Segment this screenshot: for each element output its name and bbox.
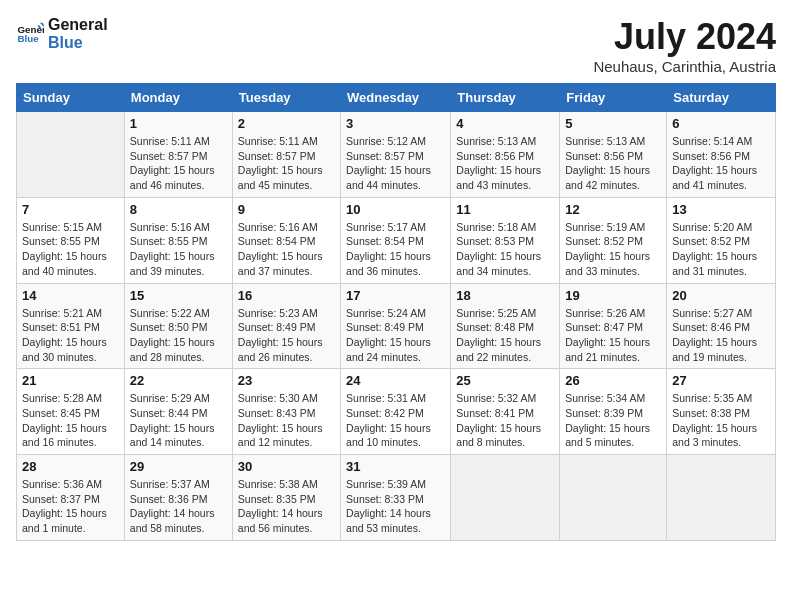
day-number: 28 bbox=[22, 459, 119, 474]
day-info: Sunrise: 5:22 AMSunset: 8:50 PMDaylight:… bbox=[130, 306, 227, 365]
day-number: 5 bbox=[565, 116, 661, 131]
day-info: Sunrise: 5:18 AMSunset: 8:53 PMDaylight:… bbox=[456, 220, 554, 279]
location-subtitle: Neuhaus, Carinthia, Austria bbox=[593, 58, 776, 75]
calendar-cell: 17Sunrise: 5:24 AMSunset: 8:49 PMDayligh… bbox=[341, 283, 451, 369]
day-info: Sunrise: 5:30 AMSunset: 8:43 PMDaylight:… bbox=[238, 391, 335, 450]
day-info: Sunrise: 5:12 AMSunset: 8:57 PMDaylight:… bbox=[346, 134, 445, 193]
logo-blue: Blue bbox=[48, 34, 108, 52]
day-number: 7 bbox=[22, 202, 119, 217]
day-number: 4 bbox=[456, 116, 554, 131]
day-number: 23 bbox=[238, 373, 335, 388]
day-info: Sunrise: 5:17 AMSunset: 8:54 PMDaylight:… bbox=[346, 220, 445, 279]
calendar-week-5: 28Sunrise: 5:36 AMSunset: 8:37 PMDayligh… bbox=[17, 455, 776, 541]
day-number: 11 bbox=[456, 202, 554, 217]
day-info: Sunrise: 5:16 AMSunset: 8:55 PMDaylight:… bbox=[130, 220, 227, 279]
calendar-cell bbox=[451, 455, 560, 541]
day-number: 1 bbox=[130, 116, 227, 131]
calendar-cell: 2Sunrise: 5:11 AMSunset: 8:57 PMDaylight… bbox=[232, 112, 340, 198]
day-number: 13 bbox=[672, 202, 770, 217]
day-info: Sunrise: 5:14 AMSunset: 8:56 PMDaylight:… bbox=[672, 134, 770, 193]
title-area: July 2024 Neuhaus, Carinthia, Austria bbox=[593, 16, 776, 75]
calendar-cell: 26Sunrise: 5:34 AMSunset: 8:39 PMDayligh… bbox=[560, 369, 667, 455]
day-info: Sunrise: 5:35 AMSunset: 8:38 PMDaylight:… bbox=[672, 391, 770, 450]
day-number: 31 bbox=[346, 459, 445, 474]
calendar-cell: 1Sunrise: 5:11 AMSunset: 8:57 PMDaylight… bbox=[124, 112, 232, 198]
day-info: Sunrise: 5:11 AMSunset: 8:57 PMDaylight:… bbox=[130, 134, 227, 193]
calendar-cell: 16Sunrise: 5:23 AMSunset: 8:49 PMDayligh… bbox=[232, 283, 340, 369]
calendar-cell bbox=[17, 112, 125, 198]
day-number: 26 bbox=[565, 373, 661, 388]
day-info: Sunrise: 5:26 AMSunset: 8:47 PMDaylight:… bbox=[565, 306, 661, 365]
day-number: 18 bbox=[456, 288, 554, 303]
day-number: 30 bbox=[238, 459, 335, 474]
day-info: Sunrise: 5:36 AMSunset: 8:37 PMDaylight:… bbox=[22, 477, 119, 536]
col-saturday: Saturday bbox=[667, 84, 776, 112]
calendar-cell: 20Sunrise: 5:27 AMSunset: 8:46 PMDayligh… bbox=[667, 283, 776, 369]
calendar-cell: 9Sunrise: 5:16 AMSunset: 8:54 PMDaylight… bbox=[232, 197, 340, 283]
calendar-cell: 10Sunrise: 5:17 AMSunset: 8:54 PMDayligh… bbox=[341, 197, 451, 283]
calendar-cell: 21Sunrise: 5:28 AMSunset: 8:45 PMDayligh… bbox=[17, 369, 125, 455]
day-number: 21 bbox=[22, 373, 119, 388]
calendar-cell: 5Sunrise: 5:13 AMSunset: 8:56 PMDaylight… bbox=[560, 112, 667, 198]
day-info: Sunrise: 5:27 AMSunset: 8:46 PMDaylight:… bbox=[672, 306, 770, 365]
day-number: 19 bbox=[565, 288, 661, 303]
col-friday: Friday bbox=[560, 84, 667, 112]
day-info: Sunrise: 5:16 AMSunset: 8:54 PMDaylight:… bbox=[238, 220, 335, 279]
day-number: 12 bbox=[565, 202, 661, 217]
day-number: 2 bbox=[238, 116, 335, 131]
col-monday: Monday bbox=[124, 84, 232, 112]
day-number: 16 bbox=[238, 288, 335, 303]
calendar-cell: 27Sunrise: 5:35 AMSunset: 8:38 PMDayligh… bbox=[667, 369, 776, 455]
day-info: Sunrise: 5:15 AMSunset: 8:55 PMDaylight:… bbox=[22, 220, 119, 279]
day-info: Sunrise: 5:28 AMSunset: 8:45 PMDaylight:… bbox=[22, 391, 119, 450]
calendar-cell bbox=[667, 455, 776, 541]
day-info: Sunrise: 5:19 AMSunset: 8:52 PMDaylight:… bbox=[565, 220, 661, 279]
calendar-cell: 31Sunrise: 5:39 AMSunset: 8:33 PMDayligh… bbox=[341, 455, 451, 541]
calendar-week-4: 21Sunrise: 5:28 AMSunset: 8:45 PMDayligh… bbox=[17, 369, 776, 455]
calendar-cell: 25Sunrise: 5:32 AMSunset: 8:41 PMDayligh… bbox=[451, 369, 560, 455]
calendar-cell: 12Sunrise: 5:19 AMSunset: 8:52 PMDayligh… bbox=[560, 197, 667, 283]
calendar-week-1: 1Sunrise: 5:11 AMSunset: 8:57 PMDaylight… bbox=[17, 112, 776, 198]
day-number: 6 bbox=[672, 116, 770, 131]
day-info: Sunrise: 5:24 AMSunset: 8:49 PMDaylight:… bbox=[346, 306, 445, 365]
calendar-cell: 14Sunrise: 5:21 AMSunset: 8:51 PMDayligh… bbox=[17, 283, 125, 369]
day-info: Sunrise: 5:31 AMSunset: 8:42 PMDaylight:… bbox=[346, 391, 445, 450]
day-info: Sunrise: 5:32 AMSunset: 8:41 PMDaylight:… bbox=[456, 391, 554, 450]
day-info: Sunrise: 5:29 AMSunset: 8:44 PMDaylight:… bbox=[130, 391, 227, 450]
calendar-week-3: 14Sunrise: 5:21 AMSunset: 8:51 PMDayligh… bbox=[17, 283, 776, 369]
calendar-table: Sunday Monday Tuesday Wednesday Thursday… bbox=[16, 83, 776, 541]
day-number: 29 bbox=[130, 459, 227, 474]
day-number: 10 bbox=[346, 202, 445, 217]
day-number: 17 bbox=[346, 288, 445, 303]
calendar-cell: 4Sunrise: 5:13 AMSunset: 8:56 PMDaylight… bbox=[451, 112, 560, 198]
day-number: 25 bbox=[456, 373, 554, 388]
day-info: Sunrise: 5:21 AMSunset: 8:51 PMDaylight:… bbox=[22, 306, 119, 365]
calendar-cell: 23Sunrise: 5:30 AMSunset: 8:43 PMDayligh… bbox=[232, 369, 340, 455]
day-number: 20 bbox=[672, 288, 770, 303]
logo-general: General bbox=[48, 16, 108, 34]
calendar-header-row: Sunday Monday Tuesday Wednesday Thursday… bbox=[17, 84, 776, 112]
day-number: 8 bbox=[130, 202, 227, 217]
calendar-cell: 19Sunrise: 5:26 AMSunset: 8:47 PMDayligh… bbox=[560, 283, 667, 369]
calendar-cell: 15Sunrise: 5:22 AMSunset: 8:50 PMDayligh… bbox=[124, 283, 232, 369]
day-info: Sunrise: 5:13 AMSunset: 8:56 PMDaylight:… bbox=[456, 134, 554, 193]
day-number: 3 bbox=[346, 116, 445, 131]
day-info: Sunrise: 5:34 AMSunset: 8:39 PMDaylight:… bbox=[565, 391, 661, 450]
day-number: 27 bbox=[672, 373, 770, 388]
day-number: 24 bbox=[346, 373, 445, 388]
calendar-cell: 3Sunrise: 5:12 AMSunset: 8:57 PMDaylight… bbox=[341, 112, 451, 198]
svg-text:Blue: Blue bbox=[17, 33, 39, 44]
col-wednesday: Wednesday bbox=[341, 84, 451, 112]
day-number: 15 bbox=[130, 288, 227, 303]
calendar-cell: 30Sunrise: 5:38 AMSunset: 8:35 PMDayligh… bbox=[232, 455, 340, 541]
day-info: Sunrise: 5:11 AMSunset: 8:57 PMDaylight:… bbox=[238, 134, 335, 193]
logo-icon: General Blue bbox=[16, 20, 44, 48]
calendar-cell: 18Sunrise: 5:25 AMSunset: 8:48 PMDayligh… bbox=[451, 283, 560, 369]
calendar-cell bbox=[560, 455, 667, 541]
day-info: Sunrise: 5:37 AMSunset: 8:36 PMDaylight:… bbox=[130, 477, 227, 536]
day-info: Sunrise: 5:13 AMSunset: 8:56 PMDaylight:… bbox=[565, 134, 661, 193]
calendar-cell: 6Sunrise: 5:14 AMSunset: 8:56 PMDaylight… bbox=[667, 112, 776, 198]
header-area: General Blue General Blue July 2024 Neuh… bbox=[16, 16, 776, 75]
day-info: Sunrise: 5:20 AMSunset: 8:52 PMDaylight:… bbox=[672, 220, 770, 279]
day-info: Sunrise: 5:25 AMSunset: 8:48 PMDaylight:… bbox=[456, 306, 554, 365]
